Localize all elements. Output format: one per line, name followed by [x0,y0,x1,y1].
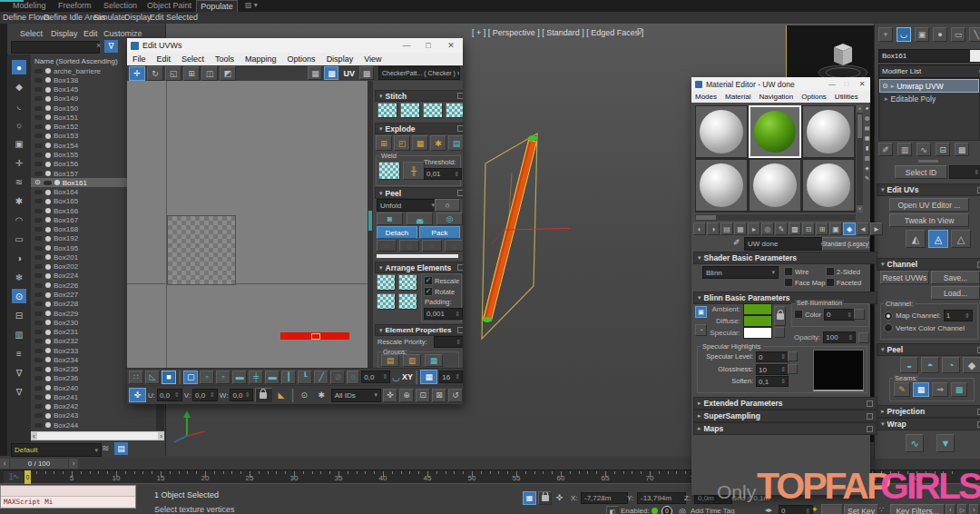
background-icon[interactable]: ▤ [720,222,733,235]
selected-uv-element[interactable] [280,332,349,340]
self-illum-color-checkbox[interactable] [794,310,803,319]
peel-mode-dropdown[interactable]: Unfold▾ [377,199,438,212]
item-hide-toggle[interactable] [34,87,43,92]
opacity-map-button[interactable] [858,332,869,343]
marquee-1-icon[interactable]: ▫ [200,371,214,384]
tab-selection[interactable]: Selection [103,1,137,10]
stitch-rollout-header[interactable]: ▾Stitch [375,90,463,102]
item-hide-toggle[interactable] [34,283,43,288]
break-icon[interactable]: ⊞ [376,135,392,151]
me-vscrollbar[interactable]: ˄ ˅ [857,105,863,213]
padding-spinner[interactable]: 0,001⇕ [424,308,463,320]
split-icon[interactable]: ◰ [394,135,410,151]
select-cube-icon[interactable]: ▢ [183,371,198,384]
rescale-priority-spinner[interactable]: ⇕ [434,336,463,348]
show-end-result-icon[interactable]: ▥ [897,143,912,156]
me-minimize-button[interactable]: — [825,80,839,88]
rotate-angle-button[interactable]: ◌ [347,371,359,384]
faceted-checkbox[interactable] [826,278,835,287]
explorer-sort-header[interactable]: Name (Sorted Ascending) [34,57,118,65]
uvw-menu-edit[interactable]: Edit [157,54,172,64]
glossiness-map-button[interactable] [788,364,798,374]
texture-picker-dropdown[interactable]: CheckerPatt... ( Checker )▾ [378,66,460,80]
shapes-icon[interactable]: ◟ [12,98,26,113]
w-spinner[interactable]: 0,0⇕ [230,389,252,401]
display-tab-icon[interactable]: ▭ [951,27,965,42]
edit-uvs-rollout-header[interactable]: ▾Edit UVs [877,183,980,196]
specular-level-map-button[interactable] [788,351,798,361]
selection-lock-icon[interactable] [538,491,552,505]
zoom-selected-icon[interactable]: ↺ [448,389,463,402]
stitch-target-icon[interactable] [446,103,463,118]
material-slot[interactable] [695,105,748,158]
explorer-hscrollbar[interactable]: ‹ › [31,431,164,440]
uvw-menu-mapping[interactable]: Mapping [245,54,277,64]
time-tag-icon[interactable]: ◎ [677,506,688,514]
mtl-map-navigator-icon[interactable]: ▩ [789,222,801,235]
edit-seams-icon[interactable]: ✎ [894,382,910,397]
item-hide-toggle[interactable] [34,96,43,101]
explode-faces-icon[interactable]: ▦ [412,135,428,151]
me-close-button[interactable]: ✕ [854,80,870,88]
item-hide-toggle[interactable] [34,376,43,381]
modifier-stack-item-epoly[interactable]: ▸ Editable Poly [879,93,979,104]
me-menu-utilities[interactable]: Utilities [835,93,858,101]
put-material-icon[interactable]: ⊞ [816,222,828,235]
prev-frame-icon[interactable]: ‹ [946,504,956,514]
letter-f-icon[interactable]: ▥ [12,327,26,341]
add-time-tag-text[interactable]: Add Time Tag [691,507,735,514]
backlight-icon[interactable]: ◑ [707,222,720,235]
scale-icon[interactable]: ◱ [165,66,181,81]
uvw-close-button[interactable]: ✕ [439,41,463,50]
align-center-icon[interactable]: ╪ [249,371,263,384]
pelt-3-icon[interactable]: ◌ [422,240,442,252]
bg-toggle-icon[interactable]: ▤ [865,125,870,131]
item-hide-toggle[interactable] [34,358,43,362]
maps-rollout[interactable]: ▸Maps [693,422,877,435]
uvw-menu-file[interactable]: File [132,54,146,64]
show-map-in-viewport-icon[interactable]: ◈ [843,222,856,235]
opacity-spinner[interactable]: 100⇕ [823,331,856,343]
item-hide-toggle[interactable] [34,311,43,316]
self-illum-map-button[interactable] [854,309,865,320]
geometry-icon[interactable]: ◆ [12,79,26,94]
tab-object-paint[interactable]: Object Paint [147,1,191,10]
video-check-icon[interactable]: ▸ [748,222,760,235]
explorer-menu-display[interactable]: Display [51,29,78,38]
grid-size-spinner[interactable]: 16⇕ [439,371,463,383]
weld-target-icon[interactable] [378,162,400,180]
lock-selection-icon[interactable] [255,388,272,402]
wire-checkbox[interactable] [784,267,793,276]
shader-type-dropdown[interactable]: Blinn▾ [702,266,779,279]
move-icon[interactable]: ✛ [129,66,145,81]
item-hide-toggle[interactable] [34,115,43,120]
item-hide-toggle[interactable] [34,404,43,409]
xy-axis-label[interactable]: XY [402,372,413,381]
point-to-point-seam-icon[interactable]: ▦ [913,382,929,397]
extended-params-rollout[interactable]: ▸Extended Parameters [693,397,877,410]
stitch-custom-icon[interactable] [377,103,397,118]
uvw-menu-select[interactable]: Select [181,54,204,64]
marquee-2-icon[interactable]: ▫ [216,371,230,384]
pelt-2-icon[interactable]: ◌ [399,240,419,252]
adaptive-degradation-icon[interactable]: ◧ [606,506,619,514]
edit-selected-button[interactable]: Edit Selected [150,13,198,22]
expand-to-seams-icon[interactable]: ▩ [951,382,967,397]
particles-icon[interactable]: ✱ [12,193,26,208]
item-hide-toggle[interactable] [34,255,43,260]
material-slot[interactable] [802,159,855,212]
rotate-icon[interactable]: ↻ [147,66,163,81]
group-select-icon[interactable]: ▥ [403,354,421,367]
explorer-menu-edit[interactable]: Edit [83,29,98,38]
explorer-menu-select[interactable]: Select [20,29,43,38]
arrange-rollout-header[interactable]: ▾Arrange Elements [375,262,463,273]
group-ungroup-icon[interactable]: ▦ [425,354,443,367]
create-tab-icon[interactable]: + [878,27,893,42]
snap-checker-icon[interactable]: ▦ [308,66,322,80]
containers-icon[interactable]: ▭ [12,232,26,246]
scene-3d-object[interactable] [436,118,708,372]
item-hide-toggle[interactable] [34,330,43,334]
material-name-dropdown[interactable]: UW done▾ [744,237,828,251]
material-slot[interactable] [695,159,748,212]
item-hide-toggle[interactable] [34,367,43,371]
